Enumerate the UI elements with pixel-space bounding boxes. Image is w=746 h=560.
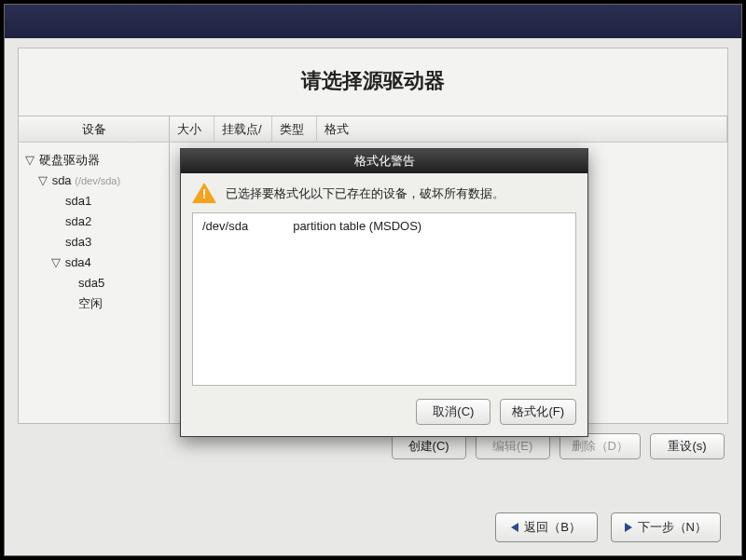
device-desc: partition table (MSDOS)	[293, 219, 421, 233]
format-button[interactable]: 格式化(F)	[500, 399, 576, 425]
tree-sda1[interactable]: sda1	[24, 191, 165, 212]
tree-sda5[interactable]: sda5	[24, 273, 165, 294]
delete-button: 删除（D）	[560, 433, 641, 459]
tree-free[interactable]: 空闲	[24, 294, 165, 314]
dialog-actions: 取消(C) 格式化(F)	[192, 399, 576, 425]
col-header-mount: 挂载点/	[214, 116, 272, 142]
right-headers: 大小 挂载点/ 类型 格式	[170, 116, 727, 143]
back-label: 返回（B）	[524, 519, 581, 536]
device-list: /dev/sda partition table (MSDOS)	[192, 212, 576, 386]
col-header-size: 大小	[170, 116, 214, 142]
wizard-nav: 返回（B） 下一步（N）	[495, 512, 721, 542]
next-button[interactable]: 下一步（N）	[611, 512, 721, 542]
device-tree[interactable]: ▽ 硬盘驱动器 ▽ sda (/dev/sda) sda1 sda2 sda3 …	[19, 143, 169, 321]
device-path: /dev/sda	[202, 219, 248, 233]
tree-sda4[interactable]: ▽ sda4	[24, 253, 165, 273]
chevron-down-icon[interactable]: ▽	[37, 171, 48, 191]
col-header-format: 格式	[317, 116, 727, 142]
tree-root-label: 硬盘驱动器	[39, 153, 100, 167]
tree-root[interactable]: ▽ 硬盘驱动器	[24, 150, 165, 171]
installer-window: 请选择源驱动器 设备 ▽ 硬盘驱动器 ▽ sda (/dev/sda) sda1…	[4, 4, 742, 556]
page-title: 请选择源驱动器	[19, 48, 727, 116]
col-header-type: 类型	[272, 116, 317, 142]
col-header-device: 设备	[19, 116, 169, 143]
device-column: 设备 ▽ 硬盘驱动器 ▽ sda (/dev/sda) sda1 sda2 sd…	[19, 116, 170, 423]
tree-sda3[interactable]: sda3	[24, 232, 165, 253]
next-label: 下一步（N）	[638, 519, 707, 536]
device-row: /dev/sda partition table (MSDOS)	[202, 219, 566, 233]
tree-sda[interactable]: ▽ sda (/dev/sda)	[24, 171, 165, 191]
tree-sda2[interactable]: sda2	[24, 212, 165, 232]
dialog-body: 已选择要格式化以下已存在的设备，破坏所有数据。 /dev/sda partiti…	[181, 173, 587, 436]
dialog-title: 格式化警告	[181, 149, 587, 173]
create-button[interactable]: 创建(C)	[392, 433, 466, 459]
arrow-right-icon	[625, 523, 632, 532]
chevron-down-icon[interactable]: ▽	[24, 150, 35, 171]
edit-button: 编辑(E)	[476, 433, 550, 459]
dialog-message: 已选择要格式化以下已存在的设备，破坏所有数据。	[226, 183, 504, 202]
warning-icon	[192, 183, 216, 205]
window-topbar	[5, 5, 741, 38]
chevron-down-icon[interactable]: ▽	[50, 253, 62, 273]
tree-sda-hint: (/dev/sda)	[75, 175, 120, 186]
back-button[interactable]: 返回（B）	[495, 512, 598, 542]
format-warning-dialog: 格式化警告 已选择要格式化以下已存在的设备，破坏所有数据。 /dev/sda p…	[180, 148, 588, 437]
reset-button[interactable]: 重设(s)	[650, 433, 725, 459]
arrow-left-icon	[511, 523, 518, 532]
tree-sda-label: sda	[52, 173, 72, 187]
cancel-button[interactable]: 取消(C)	[416, 399, 490, 425]
